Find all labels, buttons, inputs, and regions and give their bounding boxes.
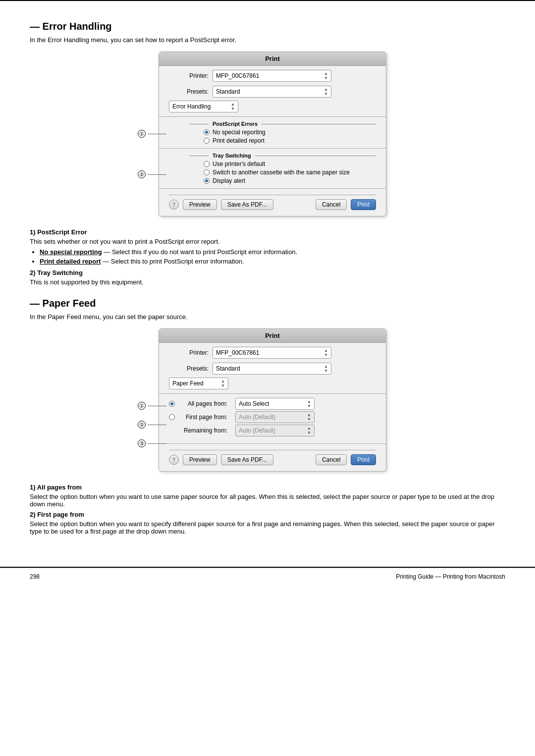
postscript-error-heading: 1) PostScript Error (30, 228, 505, 236)
printer-stepper-error[interactable]: ▲▼ (324, 71, 328, 80)
help-icon-error[interactable]: ? (169, 200, 179, 210)
radio-no-special-label: No special reporting (213, 129, 266, 136)
printer-select-error[interactable]: MFP_00C67861 ▲▼ (213, 70, 331, 82)
all-pages-stepper[interactable]: ▲▼ (307, 399, 311, 408)
first-page-row: First page from: Auto (Default) ▲▼ (169, 411, 376, 423)
presets-stepper-error[interactable]: ▲▼ (324, 87, 328, 96)
print-btn-error[interactable]: Print (351, 199, 376, 210)
first-page-radio[interactable] (169, 414, 175, 420)
first-page-body-desc: Select the option button when you want t… (30, 520, 505, 535)
printer-stepper-pf[interactable]: ▲▼ (324, 348, 328, 357)
error-handling-desc: In the Error Handling menu, you can set … (30, 36, 505, 44)
pf-ann3: ③ (138, 439, 166, 447)
radio-use-default-icon (204, 161, 210, 167)
print-btn-pf[interactable]: Print (351, 454, 376, 465)
all-pages-label: All pages from: (178, 400, 227, 407)
pf-ann3-circle: ③ (138, 439, 146, 447)
radio-alert-label: Display alert (213, 177, 245, 184)
tray-section-label: Tray Switching (189, 153, 376, 159)
all-pages-body-desc: Select the option button when you want t… (30, 493, 505, 508)
ann1-circle: ① (138, 130, 146, 138)
pf-ann1-circle: ① (138, 402, 146, 410)
error-ann1: ① (138, 130, 166, 138)
tray-switching-heading: 2) Tray Switching (30, 269, 505, 276)
printer-select-pf[interactable]: MFP_00C67861 ▲▼ (213, 347, 331, 359)
all-pages-row: All pages from: Auto Select ▲▼ (169, 398, 376, 410)
first-page-select[interactable]: Auto (Default) ▲▼ (235, 411, 315, 423)
save-pdf-btn-error[interactable]: Save As PDF... (221, 199, 273, 210)
presets-select-error[interactable]: Standard ▲▼ (213, 86, 331, 98)
first-page-stepper[interactable]: ▲▼ (307, 413, 311, 422)
radio-print-detailed-label: Print detailed report (213, 137, 265, 144)
radio-switch-cassette[interactable]: Switch to another cassette with the same… (204, 169, 376, 176)
presets-stepper-pf[interactable]: ▲▼ (324, 364, 328, 373)
page-number: 298 (30, 573, 40, 580)
preview-btn-error[interactable]: Preview (183, 199, 217, 210)
cancel-btn-pf[interactable]: Cancel (316, 454, 347, 465)
bullet-no-special: No special reporting — Select this if yo… (40, 248, 505, 256)
postscript-section-label: PostScript Errors (189, 121, 376, 127)
radio-print-detailed-icon (204, 138, 210, 144)
error-handling-dialog: Print Printer: MFP_00C67861 ▲▼ Presets: … (159, 52, 386, 216)
first-page-heading: 2) First page from (30, 511, 505, 518)
footer-text: Printing Guide — Printing from Macintosh (396, 573, 505, 580)
presets-select-pf[interactable]: Standard ▲▼ (213, 363, 331, 375)
radio-no-special[interactable]: No special reporting (204, 129, 376, 136)
ann2-circle: ② (138, 170, 146, 178)
bullet-print-detailed: Print detailed report — Select this to p… (40, 258, 505, 265)
radio-switch-icon (204, 169, 210, 175)
remaining-row: Remaining from: Auto (Default) ▲▼ (169, 425, 376, 436)
menu-select-error[interactable]: Error Handling ▲▼ (169, 101, 238, 112)
remaining-select[interactable]: Auto (Default) ▲▼ (235, 425, 315, 436)
menu-stepper-pf[interactable]: ▲▼ (221, 379, 225, 388)
remaining-stepper[interactable]: ▲▼ (307, 426, 311, 435)
postscript-error-desc: This sets whether or not you want to pri… (30, 238, 505, 245)
dialog-title-error: Print (159, 52, 386, 66)
paper-feed-dialog: Print Printer: MFP_00C67861 ▲▼ Presets: … (159, 328, 386, 472)
tray-switching-desc: This is not supported by this equipment. (30, 278, 505, 286)
all-pages-heading: 1) All pages from (30, 484, 505, 491)
preview-btn-pf[interactable]: Preview (183, 454, 217, 465)
radio-switch-label: Switch to another cassette with the same… (213, 169, 350, 176)
cancel-btn-error[interactable]: Cancel (316, 199, 347, 210)
printer-label-error: Printer: (169, 72, 209, 79)
radio-print-detailed[interactable]: Print detailed report (204, 137, 376, 144)
presets-label-pf: Presets: (169, 365, 209, 372)
help-icon-pf[interactable]: ? (169, 455, 179, 465)
save-pdf-btn-pf[interactable]: Save As PDF... (221, 454, 273, 465)
remaining-label: Remaining from: (178, 427, 227, 434)
all-pages-select[interactable]: Auto Select ▲▼ (235, 398, 315, 410)
menu-select-pf[interactable]: Paper Feed ▲▼ (169, 378, 228, 389)
pf-ann2: ② (138, 421, 166, 429)
radio-alert-icon (204, 178, 210, 184)
menu-stepper-error[interactable]: ▲▼ (231, 102, 235, 111)
first-page-label: First page from: (178, 414, 227, 421)
error-handling-title: — Error Handling (30, 21, 505, 32)
paper-feed-desc: In the Paper Feed menu, you can set the … (30, 313, 505, 321)
presets-label-error: Presets: (169, 88, 209, 95)
dialog-title-pf: Print (159, 329, 386, 343)
radio-display-alert[interactable]: Display alert (204, 177, 376, 184)
paper-feed-title: — Paper Feed (30, 298, 505, 309)
all-pages-radio[interactable] (169, 401, 175, 407)
pf-ann1: ① (138, 402, 166, 410)
pf-ann2-circle: ② (138, 421, 146, 429)
printer-label-pf: Printer: (169, 349, 209, 356)
radio-use-default-label: Use printer's default (213, 161, 265, 167)
radio-use-printer-default[interactable]: Use printer's default (204, 161, 376, 167)
error-ann2: ② (138, 170, 166, 178)
radio-no-special-icon (204, 129, 210, 135)
